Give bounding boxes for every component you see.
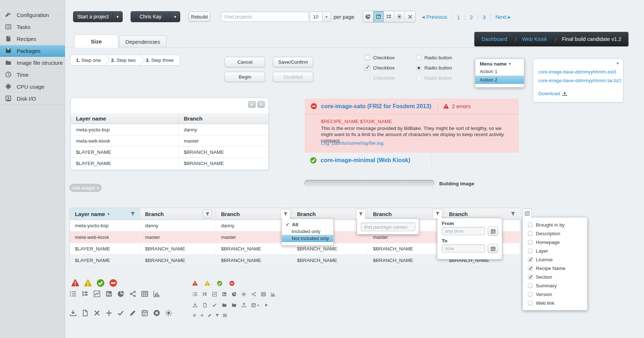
column-option-homepage[interactable]: Homepage: [523, 238, 587, 246]
filter-icon[interactable]: [130, 211, 135, 216]
disk-icon: [5, 95, 12, 102]
column-option-version[interactable]: Version: [523, 290, 587, 299]
checkbox-sample-checked[interactable]: Checkbox: [365, 65, 395, 71]
sidebar-item-packages[interactable]: Packages: [0, 45, 65, 57]
pagination-next[interactable]: Next: [495, 14, 511, 20]
radio-button[interactable]: [416, 55, 421, 60]
menu-item-action-2[interactable]: Action 2: [475, 76, 524, 84]
close-button[interactable]: [257, 101, 265, 108]
edit-columns-button[interactable]: [522, 208, 532, 218]
begin-button[interactable]: Begin: [225, 72, 265, 82]
success-build-link[interactable]: core-image-minimal (Web Kiosk): [321, 157, 410, 164]
date-to-input[interactable]: [442, 244, 485, 253]
image-file-link[interactable]: core-image-base-ddmmyyhhmm.ext3: [538, 69, 616, 75]
sidebar-item-recipes[interactable]: Recipes: [0, 33, 65, 45]
download-link[interactable]: Download: [538, 91, 567, 96]
pagination-page-3[interactable]: 3: [483, 14, 486, 20]
checkbox[interactable]: [528, 240, 533, 245]
pagination-previous[interactable]: Previous: [422, 14, 447, 20]
column-option-license[interactable]: License: [523, 255, 587, 264]
start-project-dropdown[interactable]: Start a project: [73, 11, 123, 22]
sidebar-item-tasks[interactable]: Tasks: [0, 21, 65, 33]
column-option-layer[interactable]: Layer: [523, 246, 587, 255]
calendar-button[interactable]: [488, 244, 498, 253]
filter-button-open[interactable]: [433, 209, 442, 218]
edit-button[interactable]: [248, 101, 256, 108]
checkbox[interactable]: [528, 301, 533, 305]
sidebar-item-label: Configuration: [17, 12, 49, 18]
caret-down-icon[interactable]: [617, 61, 619, 66]
column-option-summary[interactable]: Summary: [523, 281, 587, 290]
checkbox[interactable]: [528, 249, 533, 253]
sidebar-item-configuration[interactable]: Configuration: [0, 9, 65, 21]
column-option-brought-in-by[interactable]: Brought in by: [523, 220, 587, 229]
sidebar-item-image-file-structure[interactable]: Image file structure: [0, 57, 65, 69]
filter-button[interactable]: [203, 210, 212, 218]
radio-sample-selected[interactable]: Radio button: [416, 65, 452, 71]
add-widget-button[interactable]: Add widget+: [69, 184, 102, 192]
radio-button[interactable]: [416, 65, 421, 71]
save-confirm-button[interactable]: Save/Confirm: [273, 57, 313, 67]
user-dropdown[interactable]: Chris Kay: [131, 11, 180, 22]
filter-option-all[interactable]: ✓All: [282, 221, 333, 228]
filter-icon[interactable]: [510, 211, 516, 216]
filter-button-open[interactable]: [281, 209, 290, 219]
step-three[interactable]: 3. Step three: [140, 55, 179, 65]
menu-item-action-1[interactable]: Action 1: [475, 67, 524, 76]
filter-option-not-included-only[interactable]: Not included only: [282, 235, 333, 242]
find-projects-input[interactable]: [221, 12, 309, 22]
checkbox[interactable]: [528, 231, 533, 236]
column-option-description[interactable]: Description: [523, 229, 587, 238]
date-from-input[interactable]: [442, 227, 485, 235]
sidebar-item-time[interactable]: Time: [0, 69, 65, 81]
checkbox[interactable]: [528, 292, 533, 297]
menu-title[interactable]: Menu name: [475, 59, 524, 67]
checkbox[interactable]: [528, 275, 533, 279]
error-log-link[interactable]: Log: path/to/some/log/file.log: [321, 140, 384, 146]
columns-view-button[interactable]: [373, 11, 384, 22]
sidebar-item-disk-io[interactable]: Disk I/O: [0, 93, 65, 105]
radio-sample-unchecked[interactable]: Radio button: [416, 55, 452, 60]
breadcrumb-web-kiosk[interactable]: Web Kiosk: [522, 36, 547, 42]
checkbox[interactable]: [528, 223, 533, 227]
checkbox[interactable]: [528, 266, 533, 271]
filter-icon: [205, 212, 210, 216]
filter-option-included-only[interactable]: Included only: [282, 228, 333, 235]
checkbox[interactable]: [365, 55, 370, 60]
table-cell: danny: [216, 220, 292, 232]
breadcrumb-current: Final build candidate v1.2: [562, 36, 621, 42]
column-header-layer-name[interactable]: Layer name: [70, 208, 140, 220]
checkbox[interactable]: [365, 65, 370, 71]
column-option-web-link[interactable]: Web link: [523, 299, 587, 307]
per-page-select[interactable]: 10: [310, 12, 331, 22]
column-option-recipe-name[interactable]: Recipe Name: [523, 264, 587, 272]
column-header-layer-name[interactable]: Layer name: [71, 113, 179, 124]
column-option-section[interactable]: Section: [523, 272, 587, 281]
tab-dependencies[interactable]: Dependencies: [119, 35, 166, 48]
find-package-names-input[interactable]: [361, 223, 415, 231]
pagination-page-2[interactable]: 2: [470, 14, 473, 20]
caret-down-icon[interactable]: [170, 12, 180, 22]
error-build-link[interactable]: core-image-sato (FRI2 for Fosdem 2013): [321, 103, 431, 110]
caret-down-icon[interactable]: [113, 12, 122, 22]
close-view-button[interactable]: [405, 11, 415, 22]
sidebar-item-cpu-usage[interactable]: CPU usage: [0, 81, 65, 93]
image-file-link[interactable]: core-image-base-ddmmyyhhmm.tar.bz2: [538, 78, 622, 83]
calendar-icon: [141, 309, 148, 317]
checkbox[interactable]: [528, 283, 533, 288]
pagination-page-1[interactable]: 1: [457, 14, 460, 20]
breadcrumb-dashboard[interactable]: Dashboard: [482, 36, 507, 42]
filter-button-open[interactable]: [356, 209, 365, 219]
folder-icon: [222, 303, 227, 308]
caret-down-icon[interactable]: [322, 12, 331, 21]
cancel-button[interactable]: Cancel: [225, 57, 265, 67]
checkbox[interactable]: [528, 257, 533, 262]
sun-view-button[interactable]: [394, 11, 405, 22]
column-header-branch[interactable]: Branch: [179, 113, 268, 124]
checkbox-sample-unchecked[interactable]: Checkbox: [365, 55, 395, 60]
tree-view-button[interactable]: [384, 11, 394, 22]
tab-size[interactable]: Size: [74, 34, 118, 48]
pie-chart-view-button[interactable]: [363, 11, 373, 22]
rebuild-button[interactable]: Rebuild: [188, 12, 210, 22]
calendar-button[interactable]: [488, 227, 498, 236]
